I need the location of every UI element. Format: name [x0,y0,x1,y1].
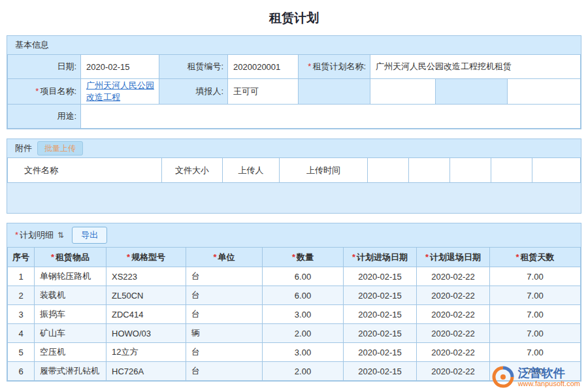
cell: 6 [8,362,35,381]
cell: 7.00 [490,267,581,286]
reporter-label: 填报人: [159,79,228,105]
basic-info-table: 日期: 2020-02-15 租赁编号: 2020020001 *租赁计划名称:… [7,54,581,129]
attachments-title: 附件 [15,139,32,157]
required-marker: * [308,61,311,71]
empty-col-header [450,158,491,183]
cell: 空压机 [35,343,106,362]
cell: 辆 [186,324,263,343]
attachments-section: 附件 批量上传 文件名称 文件大小 上传人 上传时间 [7,139,581,214]
project-value-cell: 广州天河人民公园改造工程 [81,79,159,105]
table-row: 4 矿山车 HOWO/03 辆 2.00 2020-02-15 2020-02-… [8,324,581,343]
required-marker: * [292,252,295,262]
cell: 台 [186,305,263,324]
cell: 4 [8,324,35,343]
col-header-text: 计划退场日期 [430,252,481,262]
cell: HOWO/03 [106,324,186,343]
cell: 2 [8,286,35,305]
cell: 单钢轮压路机 [35,267,106,286]
watermark-url: www.fanpusoft.com [518,380,580,388]
cell: 2.00 [263,324,344,343]
col-header-item: *租赁物品 [35,248,106,267]
attachments-table: 文件名称 文件大小 上传人 上传时间 [7,157,581,183]
empty-value-cell [370,79,436,105]
col-header-text: 计划进场日期 [357,252,408,262]
cell: 7.00 [490,286,581,305]
export-button[interactable]: 导出 [72,227,107,244]
attachments-empty-area [7,183,581,213]
date-value: 2020-02-15 [81,55,159,79]
fanpu-logo-icon [492,366,514,388]
cell: 台 [186,362,263,381]
cell: 5 [8,343,35,362]
empty-col-header [491,158,532,183]
cell: 振捣车 [35,305,106,324]
cell: 2020-02-15 [344,286,417,305]
required-marker: * [35,86,39,96]
cell: 台 [186,267,263,286]
required-marker: * [515,252,519,262]
cell: 台 [186,343,263,362]
basic-info-header: 基本信息 [7,36,581,54]
empty-col-header [532,158,581,183]
plan-name-label: *租赁计划名称: [299,55,370,79]
table-row: *项目名称: 广州天河人民公园改造工程 填报人: 王可可 [8,79,581,105]
project-label: *项目名称: [8,79,81,105]
purpose-value [81,105,581,129]
col-header-seq: 序号 [8,248,35,267]
col-header-text: 租赁物品 [56,252,90,262]
required-marker: * [352,252,355,262]
basic-info-title: 基本信息 [15,36,49,54]
empty-value-cell [508,79,581,105]
col-header-qty: *数量 [263,248,344,267]
col-header-text: 单位 [218,252,235,262]
required-marker: * [127,252,130,262]
plan-details-table: 序号 *租赁物品 *规格型号 *单位 *数量 *计划进场日期 *计划退场日期 *… [7,247,581,381]
empty-label-cell [436,79,508,105]
attachments-header: 附件 批量上传 [7,139,581,157]
basic-info-section: 基本信息 日期: 2020-02-15 租赁编号: 2020020001 *租赁… [7,35,581,129]
col-header-days: *租赁天数 [490,248,581,267]
page-title: 租赁计划 [0,0,588,35]
sort-icon[interactable]: ⇅ [57,231,64,240]
cell: ZDC414 [106,305,186,324]
cell: 2020-02-22 [417,324,490,343]
col-header-exit-date: *计划退场日期 [417,248,490,267]
date-label: 日期: [8,55,81,79]
cell: 2.00 [263,362,344,381]
cell: 6.00 [263,267,344,286]
table-row: 5 空压机 12立方 台 3.00 2020-02-15 2020-02-22 … [8,343,581,362]
cell: 2020-02-22 [417,305,490,324]
plan-details-header: *计划明细 ⇅ 导出 [7,223,581,247]
col-header-file-name: 文件名称 [8,158,162,183]
cell: 装载机 [35,286,106,305]
cell: 1 [8,267,35,286]
project-link[interactable]: 广州天河人民公园改造工程 [86,80,154,102]
col-header-text: 租赁天数 [521,252,555,262]
table-row: 文件名称 文件大小 上传人 上传时间 [8,158,581,183]
cell: 6.00 [263,286,344,305]
cell: 2020-02-22 [417,267,490,286]
cell: 3.00 [263,305,344,324]
col-header-uploader: 上传人 [223,158,280,183]
col-header-text: 规格型号 [131,252,165,262]
cell: 2020-02-15 [344,267,417,286]
cell: 2020-02-15 [344,362,417,381]
cell: 7.00 [490,324,581,343]
cell: XS223 [106,267,186,286]
watermark-brand: 泛普软件 [518,367,580,380]
cell: 矿山车 [35,324,106,343]
col-header-upload-time: 上传时间 [280,158,368,183]
cell: 2020-02-22 [417,343,490,362]
cell: HC726A [106,362,186,381]
col-header-text: 数量 [297,252,314,262]
plan-details-title-text: 计划明细 [20,230,54,240]
cell: 履带式潜孔钻机 [35,362,106,381]
table-header-row: 序号 *租赁物品 *规格型号 *单位 *数量 *计划进场日期 *计划退场日期 *… [8,248,581,267]
batch-upload-button[interactable]: 批量上传 [37,141,83,155]
cell: 3 [8,305,35,324]
watermark: 泛普软件 www.fanpusoft.com [492,366,580,388]
project-label-text: 项目名称: [40,86,76,96]
col-header-file-size: 文件大小 [162,158,223,183]
table-row: 日期: 2020-02-15 租赁编号: 2020020001 *租赁计划名称:… [8,55,581,79]
cell: 2020-02-22 [417,362,490,381]
